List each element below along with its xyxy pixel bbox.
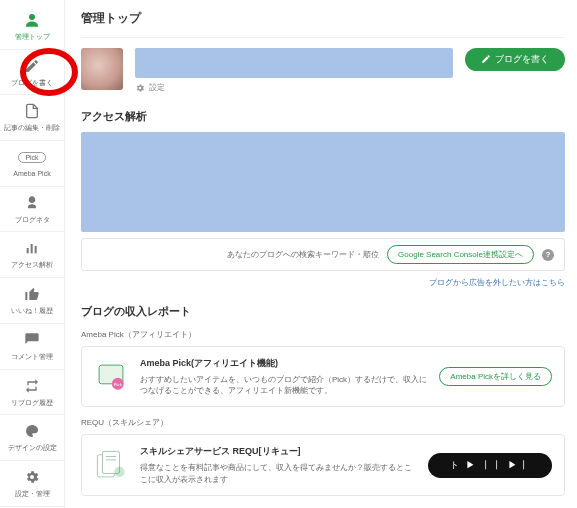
divider [81,37,565,38]
pencil-icon [22,56,42,76]
gsc-link-button[interactable]: Google Search Console連携設定へ [387,245,534,264]
svg-point-11 [114,467,124,477]
sidebar-item-label: リブログ履歴 [11,399,53,407]
sidebar: 管理トップ ブログを書く 記事の編集・削除 Pick Ameba Pick ブロ… [0,0,65,508]
sidebar-item-label: Ameba Pick [13,170,50,178]
sidebar-item-label: 設定・管理 [15,490,50,498]
gear-small-icon [135,83,145,93]
access-section-title: アクセス解析 [81,109,565,124]
requ-action-button[interactable]: ト ▶ ┃┃ ▶┃ [428,453,552,478]
sidebar-item-label: いいね！履歴 [11,307,53,315]
main-content: 管理トップ 設定 ブログを書く アクセス解析 [65,0,577,508]
palette-icon [22,421,42,441]
svg-text:Pick: Pick [114,382,123,387]
sidebar-item-label: コメント管理 [11,353,53,361]
pick-details-button[interactable]: Ameba Pickを詳しく見る [439,367,552,386]
remove-ads-link[interactable]: ブログから広告を外したい方はこちら [81,277,565,288]
sidebar-item-dashboard[interactable]: 管理トップ [0,4,64,50]
sidebar-item-write-blog[interactable]: ブログを書く [0,50,64,96]
comment-icon [22,330,42,350]
repeat-icon [22,376,42,396]
sidebar-item-ameba-pick[interactable]: Pick Ameba Pick [0,141,64,187]
sidebar-item-label: 記事の編集・削除 [4,124,60,132]
requ-sub-label: REQU（スキルシェア） [81,417,565,428]
sidebar-item-edit-articles[interactable]: 記事の編集・削除 [0,95,64,141]
svg-rect-3 [35,246,37,253]
pick-icon: Pick [22,147,42,167]
sidebar-item-label: アクセス解析 [11,261,53,269]
write-blog-button-label: ブログを書く [495,53,549,66]
sidebar-item-design[interactable]: デザインの設定 [0,415,64,461]
sidebar-item-label: デザインの設定 [8,444,57,452]
write-blog-button[interactable]: ブログを書く [465,48,565,71]
blog-thumbnail[interactable] [81,48,123,90]
info-icon[interactable]: ? [542,249,554,261]
svg-rect-2 [31,244,33,253]
bar-chart-icon [22,238,42,258]
sidebar-item-comments[interactable]: コメント管理 [0,324,64,370]
sidebar-item-settings[interactable]: 設定・管理 [0,461,64,507]
gear-icon [22,467,42,487]
requ-card: スキルシェアサービス REQU[リキュー] 得意なことを有料記事や商品にして、収… [81,434,565,495]
page-title: 管理トップ [81,10,565,27]
revenue-section-title: ブログの収入レポート [81,304,565,319]
svg-rect-1 [27,248,29,253]
pencil-icon [481,54,491,66]
access-chart-placeholder [81,132,565,232]
pick-card-desc: おすすめしたいアイテムを、いつものブログで紹介（Pick）するだけで、収入につな… [140,374,427,396]
keyword-text: あなたのブログへの検索キーワード・順位 [227,249,379,260]
requ-card-desc: 得意なことを有料記事や商品にして、収入を得てみませんか？販売するとここに収入が表… [140,462,416,484]
ameba-pick-card: Pick Ameba Pick(アフィリエイト機能) おすすめしたいアイテムを、… [81,346,565,407]
sidebar-item-analytics[interactable]: アクセス解析 [0,232,64,278]
pick-card-icon: Pick [94,360,128,394]
sidebar-item-likes[interactable]: いいね！履歴 [0,278,64,324]
sidebar-item-reblog[interactable]: リブログ履歴 [0,370,64,416]
thumbs-up-icon [22,284,42,304]
profile-row: 設定 ブログを書く [81,48,565,93]
sprout-icon [22,193,42,213]
requ-card-icon [94,448,128,482]
pick-sub-label: Ameba Pick（アフィリエイト） [81,329,565,340]
pick-card-title: Ameba Pick(アフィリエイト機能) [140,357,427,370]
keyword-bar: あなたのブログへの検索キーワード・順位 Google Search Consol… [81,238,565,271]
blog-name-placeholder [135,48,453,78]
profile-settings-link[interactable]: 設定 [149,82,165,93]
person-icon [22,10,42,30]
sidebar-item-label: 管理トップ [15,33,50,41]
requ-card-title: スキルシェアサービス REQU[リキュー] [140,445,416,458]
profile-meta: 設定 [135,82,453,93]
document-icon [22,101,42,121]
svg-point-0 [29,14,35,20]
sidebar-item-label: ブログネタ [15,216,50,224]
sidebar-item-blog-topics[interactable]: ブログネタ [0,187,64,233]
sidebar-item-label: ブログを書く [11,79,53,87]
